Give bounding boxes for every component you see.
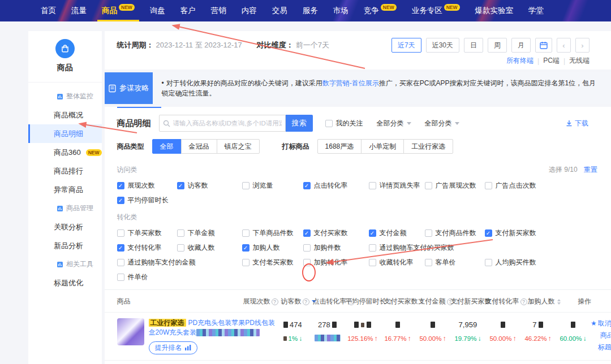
column-header-8[interactable]: 支付转化率? bbox=[492, 297, 527, 306]
sidebar-item-11[interactable]: 标题优化 bbox=[28, 274, 102, 292]
mark-button-1[interactable]: 1688严选 bbox=[317, 139, 362, 154]
terminal-option-1[interactable]: 所有终端 bbox=[506, 56, 533, 66]
type-button-1[interactable]: 全部 bbox=[152, 139, 182, 154]
metric-checkbox[interactable]: 支付金额 bbox=[369, 228, 407, 238]
sidebar-item-10[interactable]: 相关工具 bbox=[28, 255, 102, 274]
product-title[interactable]: 工业行家选PD充电头包装苹果PD线包装 bbox=[149, 318, 275, 328]
nav-item-4[interactable]: 询盘 bbox=[150, 0, 165, 21]
type-button-2[interactable]: 金冠品 bbox=[181, 139, 217, 154]
download-button[interactable]: 下载 bbox=[566, 119, 588, 128]
metric-checkbox[interactable]: 支付老买家数 bbox=[242, 258, 294, 267]
prev-period-button[interactable]: ‹ bbox=[557, 38, 571, 53]
metric-checkbox[interactable]: 访客数 bbox=[177, 181, 208, 190]
sidebar-item-1[interactable]: 整体监控 bbox=[28, 87, 102, 106]
nav-item-12[interactable]: 业务专区NEW bbox=[412, 0, 460, 21]
sidebar-item-5[interactable]: 商品排行 bbox=[28, 162, 102, 180]
metric-checkbox[interactable]: 点击转化率 bbox=[303, 181, 348, 190]
sidebar-item-3[interactable]: 商品明细 bbox=[28, 124, 102, 143]
column-header-5[interactable]: 支付买家数 bbox=[386, 297, 421, 306]
category-select-2[interactable]: 全部分类 bbox=[425, 119, 459, 128]
metric-checkbox[interactable]: 详情页跳失率 bbox=[369, 181, 420, 190]
metric-checkbox[interactable]: 通过购物车支付的买家数 bbox=[369, 243, 454, 253]
sidebar-item-7[interactable]: 商品管理 bbox=[28, 199, 102, 218]
help-icon[interactable]: ? bbox=[303, 298, 309, 305]
range-button-4[interactable]: 周 bbox=[488, 38, 507, 53]
column-label: 展现次数 bbox=[243, 297, 270, 306]
metric-checkbox[interactable]: 支付买家数 bbox=[303, 228, 348, 238]
metric-checkbox[interactable]: 下单买家数 bbox=[117, 228, 162, 238]
metric-checkbox[interactable]: 支付商品件数 bbox=[425, 228, 476, 238]
strategy-banner-button[interactable]: 参谋攻略 bbox=[105, 72, 153, 104]
nav-item-1[interactable]: 首页 bbox=[41, 0, 56, 21]
checkbox-icon bbox=[485, 259, 492, 266]
terminal-option-3[interactable]: 无线端 bbox=[569, 56, 590, 66]
sidebar-item-9[interactable]: 新品分析 bbox=[28, 236, 102, 255]
metric-checkbox[interactable]: 加购件数 bbox=[303, 243, 341, 253]
nav-item-9[interactable]: 服务 bbox=[303, 0, 318, 21]
sort-icon[interactable] bbox=[557, 299, 561, 305]
terminal-switch: 所有终端|PC端|无线端 bbox=[506, 56, 590, 66]
terminal-option-2[interactable]: PC端 bbox=[543, 56, 560, 66]
metric-checkbox[interactable]: 通过购物车支付的金额 bbox=[117, 258, 196, 267]
rank-boost-button[interactable]: 提升排名 bbox=[149, 341, 197, 354]
metric-checkbox[interactable]: 下单金额 bbox=[177, 228, 215, 238]
search-input[interactable] bbox=[173, 120, 282, 127]
column-header-4[interactable]: 平均停留时长 bbox=[351, 297, 386, 306]
product-image[interactable] bbox=[117, 318, 144, 345]
range-button-1[interactable]: 近7天 bbox=[391, 38, 421, 53]
column-header-9[interactable]: 加购人数 bbox=[527, 297, 562, 306]
metric-checkbox[interactable]: 收藏转化率 bbox=[369, 258, 414, 267]
nav-item-8[interactable]: 交易 bbox=[272, 0, 287, 21]
nav-item-14[interactable]: 学堂 bbox=[528, 0, 544, 21]
metric-checkbox-label: 通过购物车支付的买家数 bbox=[380, 243, 454, 253]
metric-checkbox[interactable]: 广告点击次数 bbox=[485, 181, 536, 190]
metric-change: 50.00%↑ bbox=[415, 335, 450, 343]
metric-checkbox[interactable]: 件单价 bbox=[117, 272, 148, 282]
range-button-3[interactable]: 日 bbox=[464, 38, 483, 53]
sidebar-item-8[interactable]: 关联分析 bbox=[28, 218, 102, 236]
reset-button[interactable]: 重置 bbox=[584, 166, 597, 174]
nav-item-5[interactable]: 客户 bbox=[180, 0, 196, 21]
category-select-1[interactable]: 全部分类 bbox=[377, 119, 411, 128]
column-label: 点击转化率 bbox=[313, 297, 347, 306]
sidebar-item-2[interactable]: 商品概况 bbox=[28, 106, 102, 124]
my-follow-checkbox[interactable]: 我的关注 bbox=[325, 119, 363, 128]
action-link-1[interactable]: ★取消关注 bbox=[591, 318, 611, 329]
nav-item-7[interactable]: 内容 bbox=[242, 0, 257, 21]
calendar-button[interactable] bbox=[535, 38, 552, 53]
mark-button-2[interactable]: 小单定制 bbox=[361, 139, 404, 154]
nav-item-10[interactable]: 市场 bbox=[333, 0, 348, 21]
next-period-button[interactable]: › bbox=[575, 38, 590, 53]
range-button-5[interactable]: 月 bbox=[511, 38, 531, 53]
metric-checkbox[interactable]: 浏览量 bbox=[242, 181, 273, 190]
tip-strategy-link[interactable]: 数字营销-首位展示 bbox=[322, 79, 379, 87]
metric-checkbox[interactable]: 客单价 bbox=[425, 258, 456, 267]
column-header-2[interactable]: 访客数? bbox=[281, 297, 316, 306]
nav-item-3[interactable]: 商品NEW bbox=[102, 0, 135, 21]
nav-item-13[interactable]: 爆款实验室 bbox=[475, 0, 514, 21]
metric-checkbox[interactable]: 平均停留时长 bbox=[117, 196, 169, 205]
metric-checkbox[interactable]: 展现次数 bbox=[117, 181, 155, 190]
search-button[interactable]: 搜索 bbox=[286, 115, 313, 132]
action-link-3[interactable]: 标题优化 bbox=[598, 342, 611, 353]
metric-checkbox[interactable]: 加购人数 bbox=[242, 243, 280, 253]
metric-checkbox[interactable]: 支付转化率 bbox=[117, 243, 162, 253]
sidebar-item-6[interactable]: 异常商品 bbox=[28, 180, 102, 199]
metric-checkbox[interactable]: 支付新买家数 bbox=[485, 228, 536, 238]
range-button-2[interactable]: 近30天 bbox=[426, 38, 459, 53]
nav-item-11[interactable]: 竞争NEW bbox=[364, 0, 397, 21]
column-header-1[interactable]: 展现次数? bbox=[246, 297, 281, 306]
metric-checkbox[interactable]: 加购转化率 bbox=[303, 258, 348, 267]
metric-checkbox[interactable]: 人均购买件数 bbox=[485, 258, 536, 267]
metric-checkbox[interactable]: 下单商品件数 bbox=[242, 228, 294, 238]
sidebar-item-4[interactable]: 商品360NEW bbox=[28, 143, 102, 162]
help-icon[interactable]: ? bbox=[272, 298, 278, 305]
metric-cell: 60.00%↓ bbox=[556, 318, 591, 343]
metric-checkbox[interactable]: 收藏人数 bbox=[177, 243, 215, 253]
nav-item-6[interactable]: 营销 bbox=[211, 0, 226, 21]
action-link-2[interactable]: 商品360 bbox=[600, 330, 611, 341]
type-button-3[interactable]: 镇店之宝 bbox=[217, 139, 260, 154]
metric-checkbox[interactable]: 广告展现次数 bbox=[425, 181, 476, 190]
mark-button-3[interactable]: 工业行家选 bbox=[403, 139, 453, 154]
nav-item-2[interactable]: 流量 bbox=[71, 0, 87, 21]
